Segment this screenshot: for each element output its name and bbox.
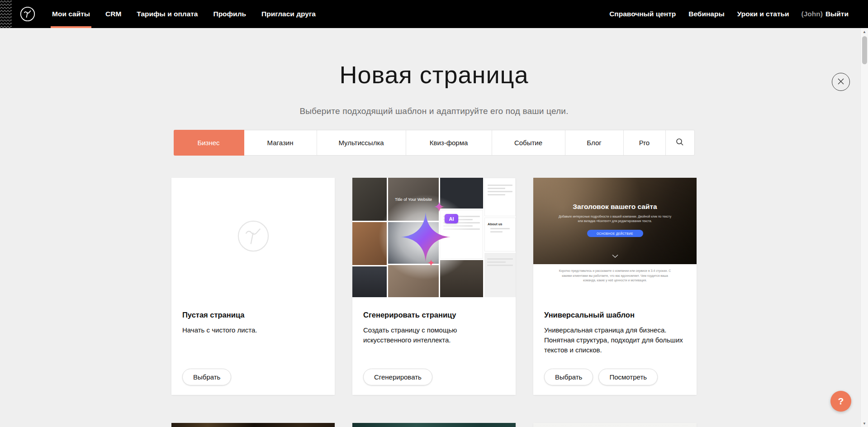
close-icon <box>837 78 844 86</box>
search-icon <box>675 138 684 148</box>
blank-preview <box>171 178 335 297</box>
preview-hero: Заголовок вашего сайта Добавьте интересн… <box>533 178 697 264</box>
tab-blog[interactable]: Блог <box>565 130 624 155</box>
logout-link[interactable]: Выйти <box>825 10 849 18</box>
select-universal-button[interactable]: Выбрать <box>544 369 593 385</box>
card-description: Начать с чистого листа. <box>182 325 324 335</box>
template-card-blank[interactable]: Пустая страница Начать с чистого листа. … <box>171 178 335 395</box>
card-description: Универсальная страница для бизнеса. Поня… <box>544 325 686 355</box>
nav-invite-friend[interactable]: Пригласи друга <box>254 0 323 28</box>
nav-help-center[interactable]: Справочный центр <box>603 10 682 18</box>
ai-badge: AI <box>445 214 458 223</box>
zigzag-decoration <box>0 0 12 28</box>
ai-preview: Title of Your Website About us <box>352 178 516 297</box>
row2-preview-1 <box>171 423 335 427</box>
user-name: (John) <box>802 10 823 18</box>
secondary-nav: Справочный центр Вебинары Уроки и статьи… <box>603 0 868 28</box>
template-grid: Пустая страница Начать с чистого листа. … <box>171 178 697 427</box>
preview-hero-subtitle: Добавьте интересные подробности о вашей … <box>558 214 672 223</box>
ai-sparkle-small-icon <box>434 201 445 214</box>
row2-preview-3 <box>533 423 697 427</box>
template-category-tabs: Бизнес Магазин Мультиссылка Квиз-форма С… <box>174 130 695 156</box>
nav-crm[interactable]: CRM <box>98 0 129 28</box>
nav-my-sites[interactable]: Мои сайты <box>44 0 98 28</box>
help-button[interactable]: ? <box>830 391 851 412</box>
chevron-down-icon <box>612 251 618 260</box>
preview-hero-title: Заголовок вашего сайта <box>573 203 657 211</box>
preview-body-text: Коротко представьтесь и расскажите о ком… <box>557 269 674 297</box>
nav-lessons[interactable]: Уроки и статьи <box>731 10 796 18</box>
vertical-scrollbar[interactable]: ▲ ▼ <box>860 28 868 427</box>
universal-preview: Заголовок вашего сайта Добавьте интересн… <box>533 178 697 297</box>
generate-button[interactable]: Сгенерировать <box>363 369 432 385</box>
scrollbar-thumb[interactable] <box>862 36 867 64</box>
preview-hero-button: Основное действие <box>587 230 643 237</box>
user-group: (John) Выйти <box>796 10 849 18</box>
mosaic-about-label: About us <box>488 222 503 226</box>
top-navigation-bar: Мои сайты CRM Тарифы и оплата Профиль Пр… <box>0 0 868 28</box>
template-card-row2-1[interactable] <box>171 423 335 427</box>
ai-sparkle-icon <box>401 212 451 264</box>
tab-business[interactable]: Бизнес <box>174 130 244 156</box>
select-blank-button[interactable]: Выбрать <box>182 369 231 385</box>
close-button[interactable] <box>832 73 850 91</box>
card-title: Пустая страница <box>182 311 324 319</box>
scroll-up-arrow-icon[interactable]: ▲ <box>861 28 868 35</box>
nav-tariffs[interactable]: Тарифы и оплата <box>129 0 205 28</box>
template-card-generate[interactable]: Title of Your Website About us <box>352 178 516 395</box>
card-title: Универсальный шаблон <box>544 311 686 319</box>
tab-quiz-form[interactable]: Квиз-форма <box>406 130 492 155</box>
tilda-watermark-icon <box>237 219 270 255</box>
nav-profile[interactable]: Профиль <box>205 0 254 28</box>
template-card-universal[interactable]: Заголовок вашего сайта Добавьте интересн… <box>533 178 697 395</box>
tab-pro[interactable]: Pro <box>624 130 666 155</box>
card-title: Сгенерировать страницу <box>363 311 505 319</box>
tilda-logo-icon[interactable] <box>20 0 35 28</box>
ai-sparkle-tiny-icon <box>427 259 435 268</box>
row2-preview-2 <box>352 423 516 427</box>
new-page-dialog: Новая страница Выберите подходящий шабло… <box>0 28 868 427</box>
card-description: Создать страницу с помощью искусственног… <box>363 325 505 345</box>
tab-multilink[interactable]: Мультиссылка <box>317 130 406 155</box>
page-subtitle: Выберите подходящий шаблон и адаптируйте… <box>0 106 868 116</box>
tab-search[interactable] <box>666 130 694 155</box>
preview-body: Коротко представьтесь и расскажите о ком… <box>533 264 697 297</box>
template-card-row2-3[interactable] <box>533 423 697 427</box>
view-universal-button[interactable]: Посмотреть <box>598 369 658 385</box>
main-nav: Мои сайты CRM Тарифы и оплата Профиль Пр… <box>44 0 323 28</box>
scroll-down-arrow-icon[interactable]: ▼ <box>861 420 868 427</box>
page-title: Новая страница <box>0 28 868 88</box>
tab-shop[interactable]: Магазин <box>244 130 317 155</box>
tab-event[interactable]: Событие <box>492 130 565 155</box>
nav-webinars[interactable]: Вебинары <box>682 10 730 18</box>
template-card-row2-2[interactable] <box>352 423 516 427</box>
